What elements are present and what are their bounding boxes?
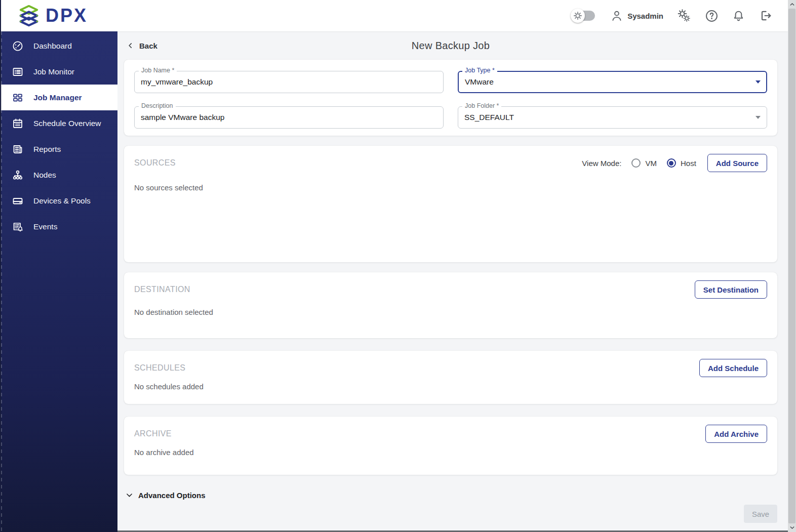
save-button[interactable]: Save (744, 505, 777, 523)
radio-checked-icon (667, 158, 676, 168)
destination-section: DESTINATION Set Destination No destinati… (124, 272, 777, 338)
scroll-up-icon[interactable] (788, 0, 796, 9)
help-icon[interactable] (705, 9, 719, 23)
sidebar-item-label: Dashboard (33, 42, 72, 51)
job-name-input[interactable] (134, 71, 444, 93)
nodes-icon (12, 169, 24, 181)
events-icon (12, 221, 24, 233)
description-input[interactable] (134, 106, 444, 129)
layers-logo-icon (17, 4, 41, 27)
chevron-down-icon (125, 491, 134, 500)
window-left-edge (0, 0, 1, 532)
job-folder-select[interactable]: SS_DEFAULT (458, 106, 767, 129)
sources-section: SOURCES View Mode: VM Host Add Source (124, 146, 777, 262)
sources-empty-text: No sources selected (134, 183, 767, 192)
chevron-down-icon (755, 116, 761, 119)
sidebar-nav: Dashboard Job Monitor Job Manager (0, 31, 117, 532)
page-toolbar: Back New Backup Job (124, 31, 777, 60)
job-type-select[interactable]: VMware (458, 71, 767, 93)
page-title: New Backup Job (124, 40, 777, 52)
logo-text: DPX (46, 7, 88, 25)
destination-empty-text: No destination selected (134, 308, 767, 316)
view-mode-host-radio[interactable]: Host (667, 158, 696, 168)
sidebar-item-nodes[interactable]: Nodes (0, 162, 117, 188)
view-mode-label: View Mode: (582, 159, 621, 168)
dashboard-icon (12, 40, 24, 52)
job-type-value: VMware (465, 77, 494, 87)
gear-toggle-icon (571, 9, 585, 23)
archive-empty-text: No archive added (134, 448, 767, 457)
sidebar-item-schedule-overview[interactable]: Schedule Overview (0, 110, 117, 136)
add-schedule-button[interactable]: Add Schedule (699, 359, 767, 377)
job-folder-value: SS_DEFAULT (464, 113, 514, 122)
settings-gears-icon[interactable] (676, 8, 692, 23)
job-details-card: Job Name * VMware Job Type * Description… (124, 60, 777, 136)
sidebar-item-label: Schedule Overview (33, 119, 101, 128)
sidebar-item-job-monitor[interactable]: Job Monitor (0, 59, 117, 85)
sidebar-item-events[interactable]: Events (0, 214, 117, 239)
reports-icon (12, 143, 24, 155)
user-menu[interactable]: Sysadmin (610, 9, 663, 22)
view-mode-group: View Mode: VM Host (582, 158, 696, 168)
sidebar-item-reports[interactable]: Reports (0, 136, 117, 162)
add-archive-button[interactable]: Add Archive (705, 425, 767, 443)
user-name: Sysadmin (627, 12, 663, 20)
archive-title: ARCHIVE (134, 429, 172, 438)
job-folder-label: Job Folder * (462, 102, 501, 110)
sidebar-item-label: Job Monitor (33, 67, 74, 76)
sidebar-item-job-manager[interactable]: Job Manager (0, 85, 117, 110)
sidebar-item-dashboard[interactable]: Dashboard (0, 33, 117, 59)
schedules-title: SCHEDULES (134, 363, 185, 373)
description-label: Description (139, 102, 176, 110)
chevron-down-icon (755, 80, 761, 84)
radio-unchecked-icon (631, 158, 641, 168)
view-mode-vm-label: VM (645, 159, 657, 168)
sidebar-item-label: Nodes (33, 171, 56, 180)
job-manager-icon (12, 92, 24, 104)
top-header: DPX Sysadmin (0, 0, 788, 31)
sidebar-item-label: Reports (33, 145, 61, 154)
job-type-label: Job Type * (462, 67, 497, 74)
job-monitor-icon (12, 66, 24, 78)
view-mode-host-label: Host (681, 159, 696, 168)
main-content: Back New Backup Job Job Name * VMware Jo… (117, 31, 788, 532)
vertical-scrollbar[interactable] (788, 0, 796, 532)
scrollbar-thumb[interactable] (788, 9, 795, 523)
logout-icon[interactable] (759, 9, 773, 23)
set-destination-button[interactable]: Set Destination (695, 280, 767, 299)
sources-title: SOURCES (134, 158, 176, 168)
app-logo: DPX (17, 4, 88, 27)
sidebar-item-label: Job Manager (33, 93, 82, 102)
job-name-label: Job Name * (139, 67, 177, 74)
schedules-section: SCHEDULES Add Schedule No schedules adde… (124, 351, 777, 404)
job-name-field-wrap: Job Name * (134, 71, 444, 93)
scroll-down-icon[interactable] (788, 523, 796, 532)
advanced-options-toggle[interactable]: Advanced Options (124, 491, 777, 500)
schedules-empty-text: No schedules added (134, 382, 767, 391)
description-field-wrap: Description (134, 106, 444, 129)
theme-gear-toggle[interactable] (574, 11, 595, 21)
calendar-icon (12, 117, 24, 130)
sidebar-item-devices-pools[interactable]: Devices & Pools (0, 188, 117, 214)
notifications-bell-icon[interactable] (732, 9, 745, 23)
job-folder-field-wrap: SS_DEFAULT Job Folder * (458, 106, 767, 129)
view-mode-vm-radio[interactable]: VM (631, 158, 657, 168)
sidebar-item-label: Devices & Pools (33, 196, 91, 206)
user-icon (610, 9, 623, 22)
sidebar-item-label: Events (33, 222, 57, 231)
destination-title: DESTINATION (134, 285, 190, 294)
job-type-field-wrap: VMware Job Type * (458, 71, 767, 93)
advanced-options-label: Advanced Options (138, 491, 206, 500)
devices-icon (12, 195, 24, 207)
add-source-button[interactable]: Add Source (707, 154, 767, 172)
archive-section: ARCHIVE Add Archive No archive added (124, 417, 777, 475)
